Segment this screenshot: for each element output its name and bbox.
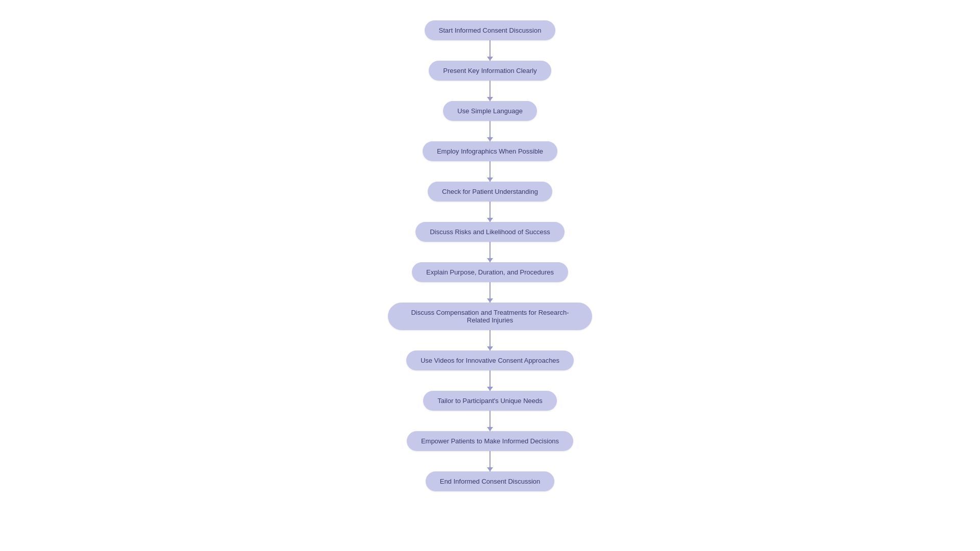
node-discuss-risks: Discuss Risks and Likelihood of Success	[415, 222, 565, 242]
connector-3	[489, 161, 491, 182]
node-infographics: Employ Infographics When Possible	[423, 141, 557, 161]
node-use-videos: Use Videos for Innovative Consent Approa…	[406, 350, 574, 370]
connector-4	[489, 202, 491, 222]
connector-5	[489, 242, 491, 262]
flowchart: Start Informed Consent Discussion Presen…	[0, 10, 980, 502]
connector-2	[489, 121, 491, 141]
connector-8	[489, 370, 491, 391]
node-tailor: Tailor to Participant's Unique Needs	[423, 391, 557, 411]
connector-10	[489, 451, 491, 471]
connector-0	[489, 40, 491, 61]
node-simple-language: Use Simple Language	[443, 101, 537, 121]
node-explain-purpose: Explain Purpose, Duration, and Procedure…	[412, 262, 568, 282]
connector-7	[489, 330, 491, 350]
node-discuss-compensation: Discuss Compensation and Treatments for …	[388, 303, 592, 330]
connector-9	[489, 411, 491, 431]
node-present-key: Present Key Information Clearly	[429, 61, 551, 81]
connector-6	[489, 282, 491, 303]
node-end: End Informed Consent Discussion	[426, 471, 555, 491]
node-start: Start Informed Consent Discussion	[425, 20, 556, 40]
node-check-understanding: Check for Patient Understanding	[428, 182, 552, 202]
node-empower: Empower Patients to Make Informed Decisi…	[407, 431, 573, 451]
connector-1	[489, 81, 491, 101]
